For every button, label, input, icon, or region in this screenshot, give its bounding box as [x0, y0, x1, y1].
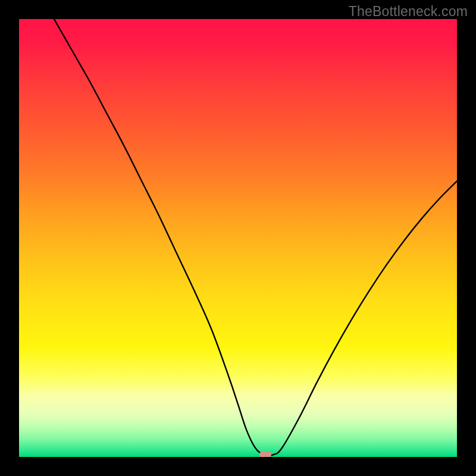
optimal-point-marker	[259, 451, 271, 457]
chart-frame: TheBottleneck.com	[0, 0, 476, 476]
bottleneck-curve	[19, 19, 457, 457]
watermark-text: TheBottleneck.com	[349, 4, 468, 20]
plot-area	[19, 19, 457, 457]
